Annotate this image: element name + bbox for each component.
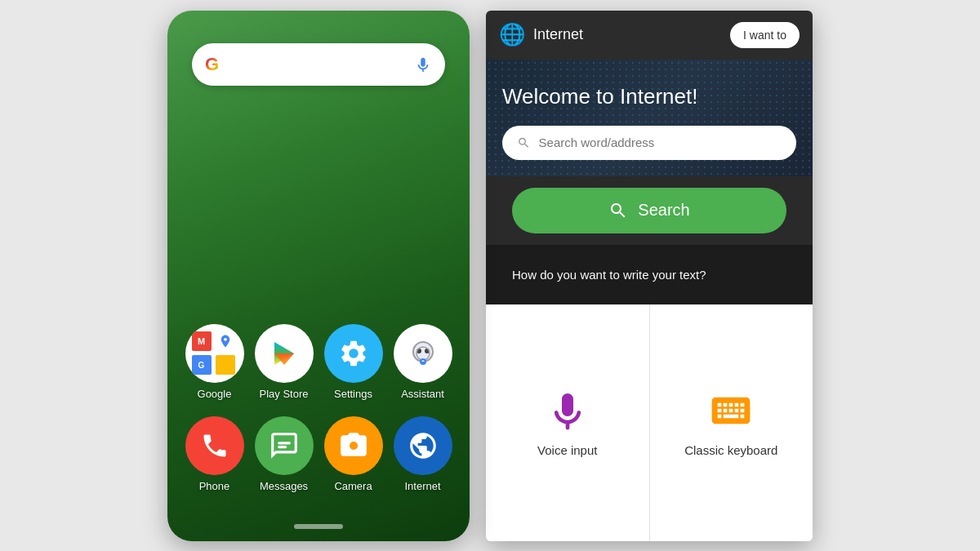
assistant-icon [394,324,452,383]
app-item-messages[interactable]: Messages [253,416,314,492]
internet-icon [394,416,452,475]
svg-rect-9 [278,446,287,448]
google-icon: M G [185,324,244,383]
camera-icon [324,416,383,475]
classic-keyboard-label: Classic keyboard [684,443,777,457]
playstore-label: Play Store [260,388,309,400]
app-item-internet[interactable]: Internet [392,416,453,492]
left-phone-screen: G M G Google [167,11,470,541]
app-item-assistant[interactable]: Assistant [392,324,453,400]
internet-browser-header: 🌐 Internet I want to [486,11,813,60]
right-internet-screen: 🌐 Internet I want to Welcome to Internet… [486,11,813,541]
header-left: 🌐 Internet [499,22,583,47]
messages-icon [255,416,314,475]
classic-keyboard-option[interactable]: Classic keyboard [650,304,813,541]
settings-label: Settings [334,388,372,400]
app-item-phone[interactable]: Phone [184,416,245,492]
keyboard-icon-large [708,388,754,433]
internet-title: Internet [533,26,583,43]
svg-rect-8 [278,442,291,444]
search-button-label: Search [638,201,689,220]
messages-label: Messages [260,480,308,492]
welcome-text: Welcome to Internet! [502,84,796,109]
i-want-to-button[interactable]: I want to [730,22,800,48]
url-search-input[interactable] [539,136,782,149]
settings-icon [324,324,383,383]
voice-input-option[interactable]: Voice input [486,304,650,541]
phone-label: Phone [199,480,230,492]
internet-label: Internet [404,480,440,492]
assistant-label: Assistant [401,388,444,400]
microphone-icon-large [545,388,590,433]
camera-label: Camera [334,480,372,492]
google-g-logo: G [205,54,219,75]
playstore-icon [255,324,314,383]
home-indicator [294,524,343,529]
app-grid: M G Google [167,324,470,492]
internet-search-bar[interactable] [502,126,796,160]
keyboard-section: How do you want to write your text? [486,245,813,304]
app-item-google[interactable]: M G Google [184,324,245,400]
keyboard-question: How do you want to write your text? [499,258,800,291]
phone-icon [185,416,244,475]
internet-hero-section: Welcome to Internet! [486,60,813,176]
globe-icon: 🌐 [499,22,525,47]
search-button-container: Search [486,176,813,245]
google-label: Google [198,388,232,400]
input-methods-container: Voice input Classic keyboard [486,304,813,541]
search-icon-small [517,136,531,150]
app-item-camera[interactable]: Camera [323,416,384,492]
app-item-playstore[interactable]: Play Store [253,324,314,400]
app-item-settings[interactable]: Settings [323,324,384,400]
search-button[interactable]: Search [512,188,786,233]
search-icon-btn [608,201,628,220]
voice-input-label: Voice input [537,443,597,457]
google-search-bar[interactable]: G [192,43,445,86]
microphone-icon[interactable] [414,56,432,73]
